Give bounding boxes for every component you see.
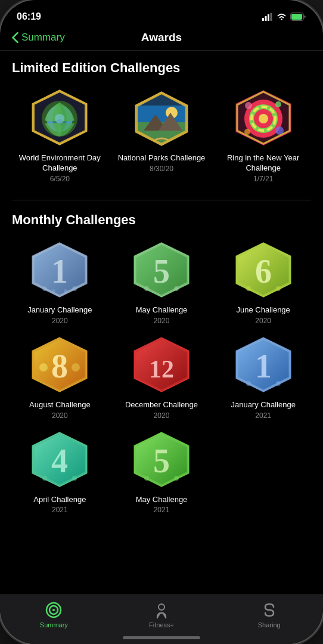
award-may-2020[interactable]: 5 May Challenge 2020 [114,240,210,325]
award-dec-2020-name: December Challenge [125,400,198,410]
world-env-badge [27,88,92,153]
notch [114,0,209,18]
may-2021-badge: 5 [129,429,194,495]
award-national-parks-name: National Parks Challenge [118,153,206,163]
award-world-env[interactable]: World Environment Day Challenge 6/5/20 [12,88,108,183]
award-may-2021-name: May Challenge [136,495,188,505]
award-apr-2021[interactable]: 4 April Challenge 2021 [12,429,108,515]
jan-2020-badge: 1 [27,240,92,305]
home-indicator [123,636,200,639]
svg-text:4: 4 [51,442,68,479]
ring-new-year-badge [231,88,296,153]
back-button[interactable]: Summary [12,32,65,44]
award-jan-2021[interactable]: 1 January Challenge 2021 [215,335,311,420]
tab-sharing-label: Sharing [258,621,281,628]
scroll-content[interactable]: Limited Edition Challenges [0,51,323,586]
wifi-icon [277,13,287,21]
section-divider [12,200,311,200]
svg-point-24 [259,114,268,123]
svg-point-55 [72,363,80,371]
apr-2021-badge: 4 [27,429,92,495]
award-may-2020-name: May Challenge [136,305,188,315]
limited-edition-section: Limited Edition Challenges [12,60,311,183]
award-jun-2020-name: June Challenge [236,305,290,315]
status-time: 06:19 [17,11,41,22]
monthly-challenges-title: Monthly Challenges [12,212,311,228]
award-national-parks-date: 8/30/20 [150,165,173,173]
award-aug-2020-year: 2020 [52,411,68,420]
award-may-2021[interactable]: 5 May Challenge 2021 [114,429,210,515]
monthly-challenges-grid: 1 January Challenge 2020 [12,240,311,515]
jan-2021-badge: 1 [231,335,296,400]
jun-2020-badge: 6 [231,240,296,305]
tab-summary-label: Summary [40,621,68,628]
aug-2020-badge: 8 [27,335,92,400]
svg-text:6: 6 [255,253,272,290]
may-2020-badge: 5 [129,240,194,305]
svg-point-26 [275,101,281,107]
tab-summary[interactable]: Summary [0,601,108,628]
svg-point-81 [52,609,55,611]
nav-bar: Summary Awards [0,29,323,51]
svg-rect-2 [268,14,269,21]
award-aug-2020-name: August Challenge [29,400,91,410]
limited-edition-title: Limited Edition Challenges [12,60,311,76]
svg-text:12: 12 [149,355,174,383]
svg-rect-15 [136,106,187,122]
award-national-parks[interactable]: National Parks Challenge 8/30/20 [114,88,210,183]
svg-text:1: 1 [51,253,68,290]
award-ring-new-year[interactable]: Ring in the New Year Challenge 1/7/21 [215,88,311,183]
award-world-env-name: World Environment Day Challenge [12,153,108,174]
award-dec-2020-year: 2020 [154,411,170,420]
award-may-2020-year: 2020 [154,317,170,325]
fitness-icon [153,601,170,619]
svg-point-25 [245,102,252,109]
award-jan-2020-year: 2020 [52,317,68,325]
limited-edition-grid: World Environment Day Challenge 6/5/20 [12,88,311,183]
award-aug-2020[interactable]: 8 August Challenge 2020 [12,335,108,420]
signal-icon [262,13,273,21]
national-parks-badge [129,88,194,153]
svg-rect-3 [271,13,272,21]
award-may-2021-year: 2021 [154,506,170,514]
award-jun-2020[interactable]: 6 June Challenge 2020 [215,240,311,325]
summary-icon [45,601,63,619]
svg-text:8: 8 [51,348,68,385]
status-icons [262,13,306,21]
phone-frame: 06:19 [0,0,323,644]
award-ring-new-year-name: Ring in the New Year Challenge [215,153,311,174]
sharing-icon [260,601,278,619]
page-title: Awards [141,31,182,44]
award-dec-2020[interactable]: 12 December Challenge 2020 [114,335,210,420]
award-jan-2020[interactable]: 1 January Challenge 2020 [12,240,108,325]
award-jan-2020-name: January Challenge [27,305,92,315]
svg-point-82 [159,604,164,610]
svg-rect-1 [265,16,267,21]
award-apr-2021-name: April Challenge [33,495,86,505]
tab-fitness[interactable]: Fitness+ [108,601,216,628]
svg-text:5: 5 [153,442,170,479]
phone-screen: 06:19 [0,0,323,644]
award-ring-new-year-date: 1/7/21 [253,175,273,183]
battery-icon [290,13,306,21]
award-apr-2021-year: 2021 [52,506,68,514]
award-jan-2021-name: January Challenge [231,400,295,410]
svg-point-11 [55,114,64,123]
award-jan-2021-year: 2021 [255,411,271,420]
back-label: Summary [21,32,65,44]
svg-text:5: 5 [153,253,170,290]
svg-rect-5 [291,14,302,20]
award-jun-2020-year: 2020 [255,317,271,325]
tab-fitness-label: Fitness+ [149,621,174,628]
award-world-env-date: 6/5/20 [50,175,70,183]
svg-rect-0 [262,18,264,21]
svg-text:1: 1 [255,348,272,385]
monthly-challenges-section: Monthly Challenges [12,212,311,515]
svg-point-54 [39,363,48,371]
tab-sharing[interactable]: Sharing [215,601,323,628]
dec-2020-badge: 12 [129,335,194,400]
